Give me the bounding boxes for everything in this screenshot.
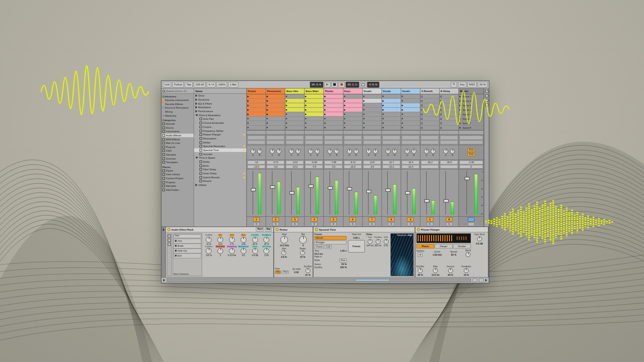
draw-mode-button[interactable]: ✎: [451, 82, 457, 88]
tap-tempo-button[interactable]: Tap: [185, 82, 193, 88]
monitor-box[interactable]: [402, 140, 419, 145]
tree-item-echo[interactable]: Echo: [194, 164, 246, 168]
ms-value[interactable]: 55.2 ms: [314, 253, 347, 255]
empty-clip-slot[interactable]: [420, 103, 439, 108]
empty-clip-slot[interactable]: [440, 99, 458, 103]
clip[interactable]: [247, 108, 266, 112]
fade-out-value[interactable]: 3.90 s: [353, 236, 360, 239]
volume-value[interactable]: -8.14: [344, 160, 362, 164]
clip[interactable]: [266, 108, 285, 112]
empty-clip-slot[interactable]: [266, 126, 285, 130]
clip[interactable]: [285, 99, 304, 103]
device-power-icon[interactable]: [167, 228, 170, 231]
drywet-value[interactable]: 100 %: [340, 266, 347, 269]
empty-clip-slot[interactable]: [285, 126, 304, 130]
track-activator-button[interactable]: 6: [349, 217, 356, 222]
macro-knob[interactable]: [206, 237, 212, 243]
send-knob-a[interactable]: [327, 149, 332, 154]
empty-clip-slot[interactable]: [420, 117, 439, 121]
stop-all-clips-button[interactable]: [305, 130, 323, 135]
volume-value[interactable]: -6.72: [267, 160, 284, 164]
fader-handle[interactable]: [444, 199, 449, 202]
tree-item-delay[interactable]: Delay: [194, 160, 246, 164]
tree-item-filter-delay[interactable]: Filter Delay: [194, 168, 246, 172]
macro-knob[interactable]: [252, 237, 258, 243]
io-routing-box[interactable]: [344, 135, 362, 140]
tree-item-spectral-time[interactable]: Spectral Time: [194, 148, 246, 152]
send-post-toggle[interactable]: Post: [467, 153, 475, 156]
send-knob-a[interactable]: [366, 149, 371, 154]
fader-handle[interactable]: [309, 185, 314, 188]
pan-value[interactable]: -10.2: [382, 165, 400, 169]
onsets-menu[interactable]: Onsets: [314, 245, 324, 249]
sidebar-item-samples[interactable]: Samples: [161, 153, 194, 157]
rate-knob[interactable]: [280, 236, 288, 244]
empty-clip-slot[interactable]: [401, 121, 420, 126]
sidebar-item-drums[interactable]: Drums: [161, 126, 194, 130]
resolution-menu[interactable]: High: [408, 234, 412, 236]
tab-doubler[interactable]: Doubler: [453, 244, 471, 248]
mode-menu[interactable]: Time: [339, 258, 347, 262]
solo-button[interactable]: S: [369, 222, 375, 227]
track-header-master[interactable]: Master: [459, 88, 483, 94]
empty-clip-slot[interactable]: [440, 103, 458, 108]
clip[interactable]: [305, 112, 323, 117]
stop-button[interactable]: [331, 82, 338, 88]
empty-clip-slot[interactable]: [440, 121, 458, 126]
input-send-value[interactable]: 0.0 dB: [476, 242, 483, 245]
clip[interactable]: [363, 99, 381, 103]
fader-handle[interactable]: [347, 187, 352, 190]
clip[interactable]: [343, 99, 362, 103]
track-header-drums[interactable]: Drums: [247, 88, 266, 94]
chain-intro[interactable]: Intro: [174, 239, 201, 244]
pan-value[interactable]: -4.0: [267, 165, 284, 169]
clip[interactable]: [305, 108, 323, 112]
io-routing-box[interactable]: [363, 135, 381, 140]
solo-button[interactable]: S: [272, 222, 279, 227]
tab-phaser[interactable]: Phaser: [416, 244, 434, 248]
empty-clip-slot[interactable]: [343, 121, 362, 126]
empty-clip-slot[interactable]: [440, 126, 458, 130]
empty-clip-slot[interactable]: [324, 117, 343, 121]
io-routing-box[interactable]: [459, 135, 483, 140]
input-send-knob[interactable]: [477, 236, 482, 241]
macro-knob[interactable]: [206, 248, 212, 254]
center-value[interactable]: 1.00 kHz: [432, 253, 442, 256]
rack-view-toggles[interactable]: [167, 233, 172, 276]
empty-clip-slot[interactable]: [363, 121, 381, 126]
empty-clip-slot[interactable]: [440, 117, 458, 121]
quantization-menu[interactable]: 1 Bar: [228, 82, 238, 88]
scene-slot-scene-3[interactable]: Scene 3: [459, 103, 483, 108]
empty-clip-slot[interactable]: [401, 126, 420, 130]
monitor-box[interactable]: [421, 140, 439, 145]
send-knob-b[interactable]: [431, 149, 436, 154]
tree-item-dynamics[interactable]: Dynamics: [194, 98, 246, 102]
clip[interactable]: [266, 99, 285, 103]
io-routing-box[interactable]: [247, 135, 265, 140]
amount-knob[interactable]: [448, 268, 453, 273]
device-title-bar[interactable]: Phaser-Flanger: [415, 227, 488, 232]
empty-clip-slot[interactable]: [382, 121, 401, 126]
send-knob-a[interactable]: [289, 149, 294, 154]
jitter-knob[interactable]: [281, 250, 286, 255]
sidebar-item-plug-ins[interactable]: Plug-ins: [161, 145, 194, 149]
stop-all-clips-button[interactable]: [247, 130, 266, 135]
stop-all-clips-button[interactable]: [382, 130, 401, 135]
solo-button[interactable]: S: [427, 222, 433, 227]
tree-item-spectral-resonator[interactable]: Spectral Resonator: [194, 144, 246, 148]
send-knob-b[interactable]: [392, 149, 397, 154]
empty-clip-slot[interactable]: [440, 94, 458, 99]
pan-value[interactable]: [421, 165, 439, 169]
io-routing-box[interactable]: [402, 135, 419, 140]
midi-map-button[interactable]: MIDI: [467, 82, 477, 88]
amount-value[interactable]: 83 %: [448, 274, 453, 276]
bits-value[interactable]: 5: [302, 244, 304, 247]
tree-item-pitch-modulation[interactable]: Pitch & Modulation: [194, 113, 246, 117]
solo-button[interactable]: S: [446, 222, 453, 227]
stop-all-clips-button[interactable]: [343, 130, 362, 135]
monitor-box[interactable]: [344, 140, 362, 145]
track-header-plucks[interactable]: Plucks: [324, 88, 343, 94]
tree-item-eq-filters[interactable]: EQ & Filters: [194, 101, 246, 105]
device-power-icon[interactable]: [417, 228, 420, 231]
track-header-b-delay[interactable]: B Delay: [440, 88, 458, 94]
